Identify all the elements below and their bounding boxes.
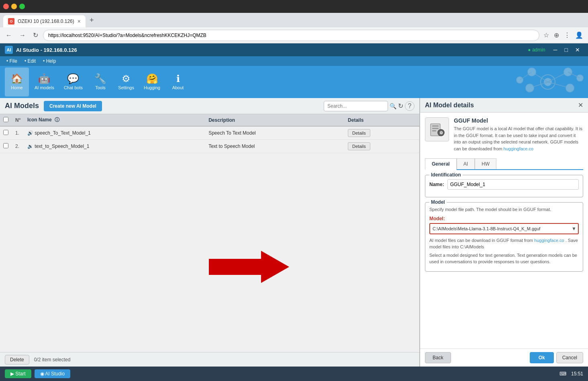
model-select[interactable]: C:\AIModels\Meta-Llama-3.1-8B-Instruct-Q…: [429, 223, 579, 234]
app-window-controls: ─ □ ✕: [550, 46, 583, 54]
browser-title-bar: [0, 0, 588, 13]
model-select-container: C:\AIModels\Meta-Llama-3.1-8B-Instruct-Q…: [429, 223, 579, 234]
cancel-button[interactable]: Cancel: [556, 352, 583, 363]
window-close-btn[interactable]: [3, 4, 9, 9]
new-tab-button[interactable]: +: [86, 14, 97, 26]
chat-bots-icon: 💬: [67, 74, 79, 84]
tab-general[interactable]: General: [425, 158, 457, 170]
browser-tab[interactable]: O OZEKI 10 (192.168.0.126) ×: [3, 15, 86, 27]
gguf-link[interactable]: huggingface.co: [504, 146, 534, 151]
select-all-checkbox[interactable]: [3, 117, 8, 122]
toolbar-tools[interactable]: 🔧 Tools: [88, 68, 112, 96]
app-close-btn[interactable]: ✕: [572, 46, 583, 54]
row1-checkbox-cell: [0, 126, 12, 140]
gguf-header: ⚙ GGUF Model The GGUF model is a local A…: [425, 117, 583, 152]
name-field-label: Name:: [429, 182, 444, 187]
clock: 15:51: [571, 371, 583, 377]
detail-buttons: Back Ok Cancel: [420, 348, 588, 367]
panel-title: AI Models: [5, 102, 39, 110]
ai-studio-button[interactable]: ◉ AI Studio: [35, 369, 70, 378]
row1-icon: 🔊: [27, 130, 35, 136]
svg-line-2: [532, 72, 548, 82]
toolbar-about[interactable]: ℹ About: [166, 68, 190, 96]
address-input[interactable]: [43, 30, 539, 41]
hugging-icon: 🤗: [146, 74, 158, 84]
delete-button[interactable]: Delete: [5, 355, 29, 365]
toolbar-ai-models-label: AI models: [35, 85, 54, 90]
model-desc: Specify model file path. The model shoul…: [429, 207, 579, 213]
ai-models-icon: 🤖: [38, 74, 50, 84]
extension-button[interactable]: ⊕: [552, 30, 561, 41]
left-panel: AI Models Create new AI Model 🔍 ↻ ?: [0, 98, 419, 367]
row2-details-button[interactable]: Details: [348, 142, 370, 150]
app-logo: AI: [5, 46, 13, 54]
status-bar: ▶ Start ◉ AI Studio ⌨ 15:51: [0, 367, 588, 381]
home-icon: 🏠: [11, 74, 23, 84]
row1-details-button[interactable]: Details: [348, 129, 370, 137]
close-panel-button[interactable]: ✕: [578, 101, 583, 109]
row1-checkbox[interactable]: [3, 130, 8, 135]
address-bar-row: ← → ↻ ☆ ⊕ ⋮ 👤: [0, 27, 588, 43]
toolbar-tools-label: Tools: [95, 85, 106, 90]
svg-text:⚙: ⚙: [439, 131, 443, 135]
back-button[interactable]: Back: [425, 352, 451, 363]
tab-title: OZEKI 10 (192.168.0.126): [18, 18, 74, 24]
table-row: 2. 🔉 text_to_Speech_Model_1 Text to Spee…: [0, 140, 419, 153]
app-restore-btn[interactable]: □: [561, 46, 571, 54]
svg-rect-18: [432, 130, 436, 131]
window-max-btn[interactable]: [19, 4, 25, 9]
row2-name-text: text_to_Speech_Model_1: [35, 143, 89, 149]
details-column-header: Details: [345, 114, 419, 126]
row1-number: 1.: [12, 126, 24, 140]
table-container: N° Icon Name ⓘ Description Details: [0, 114, 419, 352]
tab-ai[interactable]: AI: [457, 158, 475, 169]
search-button[interactable]: 🔍: [390, 103, 396, 109]
create-new-ai-model-button[interactable]: Create new AI Model: [44, 101, 102, 111]
menu-file[interactable]: • File: [3, 57, 20, 65]
status-left: ▶ Start ◉ AI Studio: [5, 369, 70, 378]
tab-hw[interactable]: HW: [475, 158, 496, 169]
svg-point-7: [564, 68, 572, 76]
menu-button[interactable]: ⋮: [562, 30, 572, 41]
forward-nav-button[interactable]: →: [17, 30, 28, 41]
row2-checkbox[interactable]: [3, 143, 8, 148]
svg-line-4: [530, 82, 548, 88]
toolbar-ai-models[interactable]: 🤖 AI models: [31, 68, 58, 96]
menu-edit[interactable]: • Edit: [21, 57, 39, 65]
gguf-title: GGUF Model: [454, 117, 583, 124]
menu-help[interactable]: • Help: [40, 57, 59, 65]
gguf-text: GGUF Model The GGUF model is a local AI …: [454, 117, 583, 152]
toolbar-settings[interactable]: ⚙ Settings: [114, 68, 138, 96]
window-min-btn[interactable]: [11, 4, 17, 9]
row1-details-cell: Details: [345, 126, 419, 140]
toolbar-home[interactable]: 🏠 Home: [5, 68, 29, 96]
name-field-input[interactable]: [447, 179, 579, 190]
window-controls: [3, 4, 25, 9]
info-icon: ⓘ: [55, 117, 59, 123]
toolbar-hugging[interactable]: 🤗 Hugging: [140, 68, 164, 96]
selection-status: 0/2 item selected: [34, 357, 71, 363]
profile-button[interactable]: 👤: [574, 30, 585, 41]
tools-icon: 🔧: [94, 74, 106, 84]
search-input[interactable]: [324, 101, 388, 111]
toolbar: 🏠 Home 🤖 AI models 💬 Chat bots 🔧 Tools ⚙…: [0, 66, 588, 98]
reload-nav-button[interactable]: ↻: [31, 30, 41, 41]
select-all-header: [0, 114, 12, 126]
tab-close-button[interactable]: ×: [78, 18, 81, 25]
back-nav-button[interactable]: ←: [3, 30, 14, 41]
right-panel: AI Model details ✕ ⚙: [419, 98, 588, 367]
huggingface-link[interactable]: huggingface.co: [534, 238, 564, 243]
app-minimize-btn[interactable]: ─: [550, 46, 561, 54]
keyboard-icon: ⌨: [559, 371, 566, 377]
model-info-text-2: Select a model designed for text generat…: [429, 252, 579, 265]
help-button[interactable]: ?: [405, 101, 414, 111]
bookmark-button[interactable]: ☆: [542, 30, 551, 41]
refresh-button[interactable]: ↻: [398, 102, 403, 110]
gguf-icon: ⚙: [425, 117, 449, 141]
row2-number: 2.: [12, 140, 24, 153]
svg-line-11: [520, 72, 532, 80]
ok-button[interactable]: Ok: [530, 352, 554, 363]
gguf-desc: The GGUF model is a local AI model that …: [454, 125, 583, 152]
toolbar-chat-bots[interactable]: 💬 Chat bots: [60, 68, 87, 96]
start-button[interactable]: ▶ Start: [5, 369, 31, 378]
